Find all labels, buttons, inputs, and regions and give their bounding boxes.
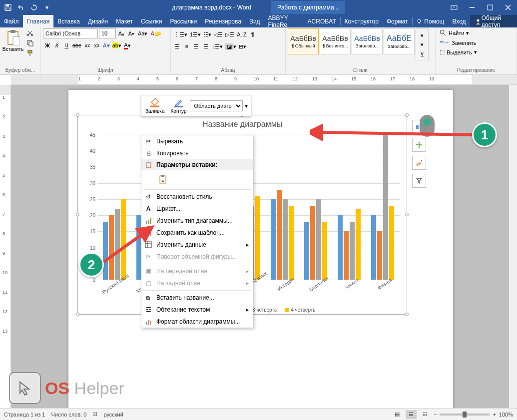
- superscript-icon[interactable]: x2: [92, 40, 101, 50]
- find-button[interactable]: Найти ▾: [438, 28, 479, 37]
- zoom-in-button[interactable]: +: [493, 412, 496, 418]
- justify-icon[interactable]: ☰: [201, 41, 210, 51]
- bar[interactable]: [338, 215, 343, 280]
- borders-icon[interactable]: ⊞▾: [238, 41, 247, 51]
- qat-dropdown-icon[interactable]: ▾: [41, 1, 53, 13]
- close-icon[interactable]: [499, 0, 517, 15]
- ctx-cut[interactable]: ✂Вырезать: [141, 135, 253, 147]
- format-painter-icon[interactable]: [25, 48, 35, 57]
- tab-file[interactable]: Файл: [0, 15, 23, 27]
- fill-button[interactable]: Заливка: [142, 96, 168, 115]
- highlight-icon[interactable]: ab▾: [111, 40, 122, 50]
- ctx-change-chart-type[interactable]: Изменить тип диаграммы...: [141, 215, 253, 227]
- tab-view[interactable]: Вид: [245, 15, 264, 27]
- web-layout-icon[interactable]: ☷: [420, 410, 431, 419]
- bar[interactable]: [255, 196, 260, 280]
- bar[interactable]: [389, 206, 394, 280]
- ribbon-options-icon[interactable]: [445, 0, 463, 15]
- bullets-icon[interactable]: ⋮☰▾: [173, 29, 188, 39]
- style-item[interactable]: АаБбЕЗаголово...: [384, 28, 415, 54]
- paste-keep-source-icon[interactable]: A: [156, 173, 169, 186]
- select-button[interactable]: ⬚Выделить ▾: [438, 48, 479, 56]
- bar[interactable]: [322, 222, 327, 280]
- clear-format-icon[interactable]: A🧽: [149, 28, 162, 38]
- bar[interactable]: [289, 206, 294, 280]
- bar-group[interactable]: [265, 135, 299, 280]
- bar[interactable]: [356, 209, 361, 280]
- styles-down-icon[interactable]: ▾: [417, 40, 427, 49]
- show-marks-icon[interactable]: ¶: [248, 29, 257, 39]
- bar-group[interactable]: [333, 135, 366, 280]
- bar-group[interactable]: [366, 135, 400, 280]
- tab-home[interactable]: Главная: [23, 15, 54, 27]
- replace-button[interactable]: ᵃᵇ↔Заменить: [438, 38, 479, 47]
- vertical-ruler[interactable]: 12345678910111213: [0, 85, 11, 408]
- word-count[interactable]: Число слов: 0: [51, 412, 86, 418]
- style-item[interactable]: АаБбВв¶ Без инте...: [320, 28, 351, 54]
- font-color-icon[interactable]: A▾: [123, 40, 132, 50]
- bar[interactable]: [304, 222, 309, 280]
- tab-insert[interactable]: Вставка: [53, 15, 84, 27]
- font-size-select[interactable]: [99, 28, 116, 38]
- bar[interactable]: [371, 215, 376, 280]
- minimize-icon[interactable]: [463, 0, 481, 15]
- underline-button[interactable]: Ч: [62, 40, 71, 50]
- sign-in[interactable]: Вход: [448, 15, 470, 27]
- zoom-slider[interactable]: [440, 414, 490, 416]
- subscript-icon[interactable]: x2: [83, 40, 92, 50]
- indent-left-icon[interactable]: ◁☰: [213, 29, 224, 39]
- read-mode-icon[interactable]: ▤: [392, 410, 403, 419]
- font-name-select[interactable]: [43, 28, 98, 38]
- decrease-font-icon[interactable]: A▾: [127, 28, 136, 38]
- redo-icon[interactable]: [28, 1, 40, 13]
- ctx-format-chart-area[interactable]: Формат области диаграммы...: [141, 316, 253, 328]
- bar-group[interactable]: [299, 135, 332, 280]
- chart-filters-icon[interactable]: [412, 174, 426, 188]
- tab-constructor[interactable]: Конструктор: [341, 15, 383, 27]
- share-button[interactable]: Общий доступ: [470, 15, 517, 27]
- tab-format[interactable]: Формат: [383, 15, 412, 27]
- outline-button[interactable]: Контур: [168, 96, 190, 115]
- tab-design[interactable]: Дизайн: [84, 15, 112, 27]
- multilevel-icon[interactable]: ☷▾: [202, 29, 212, 39]
- bar[interactable]: [310, 206, 315, 280]
- tab-layout[interactable]: Макет: [112, 15, 137, 27]
- change-case-icon[interactable]: Aa▾: [137, 28, 148, 38]
- bar[interactable]: [350, 222, 355, 280]
- chart-area-select[interactable]: Область диагр: [190, 100, 243, 111]
- print-layout-icon[interactable]: ☰: [406, 410, 417, 419]
- spellcheck-icon[interactable]: ☑: [92, 411, 97, 418]
- cut-icon[interactable]: [25, 28, 35, 37]
- line-spacing-icon[interactable]: ↕☰▾: [211, 41, 224, 51]
- style-item[interactable]: АаБбВвЗаголово...: [352, 28, 383, 54]
- tell-me[interactable]: Помощ: [412, 15, 448, 27]
- bar[interactable]: [271, 199, 276, 280]
- style-item[interactable]: АаБбВв¶ Обычный: [288, 28, 319, 54]
- align-right-icon[interactable]: ☰: [192, 41, 201, 51]
- copy-icon[interactable]: [25, 38, 35, 47]
- horizontal-ruler[interactable]: 12345678910111213141516171819: [11, 75, 517, 85]
- italic-button[interactable]: К: [52, 40, 61, 50]
- text-effects-icon[interactable]: A▾: [102, 40, 111, 50]
- ctx-edit-data[interactable]: Изменить данные▸: [141, 239, 253, 251]
- bold-button[interactable]: Ж: [43, 40, 52, 50]
- ctx-insert-caption[interactable]: 🗈Вставить название...: [141, 292, 253, 304]
- tab-references[interactable]: Ссылки: [137, 15, 166, 27]
- strikethrough-icon[interactable]: abc: [71, 40, 82, 50]
- shading-icon[interactable]: ◪▾: [224, 41, 237, 51]
- bar[interactable]: [377, 231, 382, 280]
- bar[interactable]: [383, 135, 388, 280]
- tab-mailings[interactable]: Рассылки: [166, 15, 201, 27]
- legend-item[interactable]: 4 четверть: [285, 307, 315, 313]
- styles-more-icon[interactable]: ⊻: [417, 50, 427, 59]
- bar[interactable]: [344, 231, 349, 280]
- maximize-icon[interactable]: [481, 0, 499, 15]
- bar[interactable]: [277, 190, 282, 280]
- save-icon[interactable]: [2, 1, 14, 13]
- styles-up-icon[interactable]: ▴: [417, 30, 427, 39]
- align-left-icon[interactable]: ☰: [173, 41, 182, 51]
- tab-acrobat[interactable]: ACROBAT: [304, 15, 340, 27]
- sort-icon[interactable]: A↓Z: [236, 29, 248, 39]
- bar[interactable]: [316, 199, 321, 280]
- tab-abbyy[interactable]: ABBYY FineRe: [264, 15, 304, 27]
